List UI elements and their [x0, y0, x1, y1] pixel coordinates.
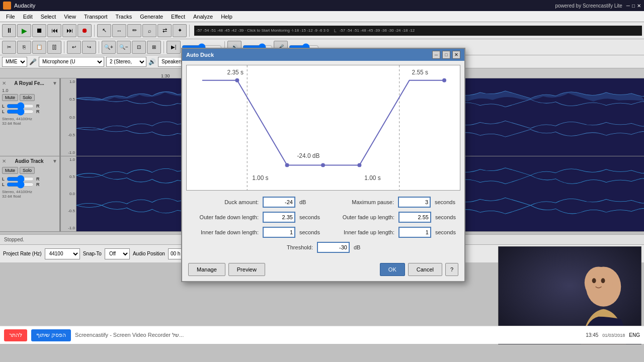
track-2-pan-l: L — [2, 182, 5, 187]
menu-transport[interactable]: Transport — [80, 13, 112, 21]
sc-info: Screencastify - Screen Video Recorder של… — [75, 332, 184, 338]
track-1-R-label: R — [36, 104, 40, 109]
threshold-label: Threshold: — [273, 244, 313, 250]
outer-fade-down-unit: seconds — [299, 214, 320, 220]
zoom-sel-btn[interactable]: ⊡ — [132, 41, 146, 54]
track-1-close[interactable]: ✕ — [2, 80, 6, 86]
channels-select[interactable]: 2 (Stereo, — [106, 57, 146, 67]
menu-edit[interactable]: Edit — [19, 13, 37, 21]
trim-btn[interactable]: [|] — [47, 41, 61, 54]
threshold-input[interactable] — [317, 242, 350, 253]
zoom-out-btn[interactable]: 🔍− — [117, 41, 131, 54]
svg-point-18 — [585, 266, 613, 299]
menu-help[interactable]: Help — [217, 13, 236, 21]
menu-generate[interactable]: Generate — [136, 13, 167, 21]
track-2-scale-1: 1.0 — [62, 157, 75, 162]
max-pause-input[interactable] — [398, 197, 431, 208]
track-2-solo[interactable]: Solo — [20, 167, 35, 174]
track-1-menu[interactable]: ▼ — [52, 80, 57, 86]
sc-stop-btn[interactable]: הפסק שיתוף — [31, 329, 71, 341]
menu-view[interactable]: View — [60, 13, 80, 21]
track-2-scale-n05: -0.5 — [62, 209, 75, 213]
track-1-scale-0: 0.0 — [62, 115, 75, 120]
select-tool[interactable]: ↖ — [97, 24, 111, 37]
cut-btn[interactable]: ✂ — [2, 41, 16, 54]
snap-to-select[interactable]: Off — [105, 248, 130, 259]
duck-amount-input[interactable] — [263, 197, 295, 208]
track-2-pan-r: R — [36, 182, 40, 187]
screencastify-bar: להתר הפסק שיתוף Screencastify - Screen V… — [0, 326, 644, 344]
svg-point-20 — [601, 278, 605, 283]
pause-btn[interactable]: ⏸ — [2, 24, 16, 37]
track-2-btns: Mute Solo — [2, 167, 57, 174]
zoom-fit-btn[interactable]: ⊞ — [147, 41, 161, 54]
inner-fade-down-unit: seconds — [299, 229, 320, 235]
dialog-maximize-btn[interactable]: □ — [442, 51, 450, 59]
multi-tool[interactable]: ✦ — [173, 24, 187, 37]
dialog-titlebar-btns: ─ □ ✕ — [432, 51, 460, 59]
dialog-minimize-btn[interactable]: ─ — [432, 51, 440, 59]
draw-tool[interactable]: ✏ — [127, 24, 141, 37]
preview-button[interactable]: Preview — [228, 263, 265, 276]
play-at-speed[interactable]: ▶| — [167, 41, 181, 54]
inner-fade-up-input[interactable] — [398, 227, 431, 238]
track-1-solo[interactable]: Solo — [20, 94, 35, 101]
redo-btn[interactable]: ↪ — [82, 41, 96, 54]
track-1-pan-l: L — [2, 109, 5, 114]
track-2-scale-n1: -1.0 — [62, 226, 75, 230]
inner-fade-down-label: Inner fade down length: — [188, 229, 259, 235]
driver-select[interactable]: MME — [2, 57, 27, 67]
manage-button[interactable]: Manage — [188, 263, 225, 276]
snap-to-label: Snap-To — [83, 251, 102, 256]
track-2-menu[interactable]: ▼ — [52, 158, 57, 164]
track-2-close[interactable]: ✕ — [2, 158, 6, 164]
copy-btn[interactable]: ⎘ — [17, 41, 31, 54]
zoom-in-btn[interactable]: 🔍+ — [102, 41, 116, 54]
track-2-pan[interactable] — [7, 183, 34, 187]
form-row-4: Threshold: dB — [188, 242, 458, 253]
mic-device-select[interactable]: Microphone (U — [39, 57, 104, 67]
menu-effect[interactable]: Effect — [167, 13, 189, 21]
track-2-controls: ✕ Audio Track ▼ Mute Solo L R L R — [0, 156, 60, 231]
menu-analyze[interactable]: Analyze — [189, 13, 217, 21]
timeshift-tool[interactable]: ⇄ — [157, 24, 172, 37]
track-1-mute[interactable]: Mute — [2, 94, 18, 101]
dialog-close-btn[interactable]: ✕ — [452, 51, 460, 59]
rewind-btn[interactable]: ⏮ — [47, 24, 61, 37]
svg-text:1.00 s: 1.00 s — [364, 174, 380, 182]
close-btn[interactable]: ✕ — [637, 3, 641, 9]
powered-by: powered by Screencastify Lite — [555, 3, 622, 9]
minimize-btn[interactable]: ─ — [626, 3, 630, 9]
zoom-tool[interactable]: ⌕ — [142, 24, 156, 37]
undo-btn[interactable]: ↩ — [67, 41, 81, 54]
app-icon — [3, 2, 11, 10]
status-text: Stopped. — [4, 237, 24, 242]
paste-btn[interactable]: 📋 — [32, 41, 46, 54]
outer-fade-down-input[interactable] — [263, 212, 295, 223]
inner-fade-up-unit: seconds — [435, 229, 456, 235]
record-btn[interactable]: ⏺ — [77, 24, 92, 37]
track-2-mute[interactable]: Mute — [2, 167, 18, 174]
forward-btn[interactable]: ⏭ — [62, 24, 76, 37]
maximize-btn[interactable]: □ — [632, 3, 635, 9]
cancel-button[interactable]: Cancel — [408, 263, 442, 276]
menu-tracks[interactable]: Tracks — [112, 13, 136, 21]
sc-resume-btn[interactable]: להתר — [4, 329, 27, 341]
track-1-scale-1: 1.0 — [62, 79, 75, 84]
play-btn[interactable]: ▶ — [17, 24, 31, 37]
ok-button[interactable]: OK — [380, 263, 405, 276]
envelope-tool[interactable]: ↔ — [112, 24, 126, 37]
stop-btn[interactable]: ⏹ — [32, 24, 46, 37]
track-2-scale: 1.0 0.5 0.0 -0.5 -1.0 — [60, 156, 76, 231]
track-1-pan-r: R — [36, 109, 40, 114]
inner-fade-down-input[interactable] — [263, 227, 295, 238]
project-rate-select[interactable]: 44100 — [45, 248, 80, 259]
menu-file[interactable]: File — [2, 13, 19, 21]
track-1-info: Stereo, 44100Hz32-bit float — [2, 117, 57, 126]
menu-select[interactable]: Select — [37, 13, 60, 21]
level-sep: L — [334, 28, 337, 33]
track-1-pan[interactable] — [7, 110, 34, 114]
outer-fade-up-input[interactable] — [398, 212, 431, 223]
track-2-name: Audio Track — [15, 158, 43, 164]
help-button[interactable]: ? — [445, 263, 458, 276]
